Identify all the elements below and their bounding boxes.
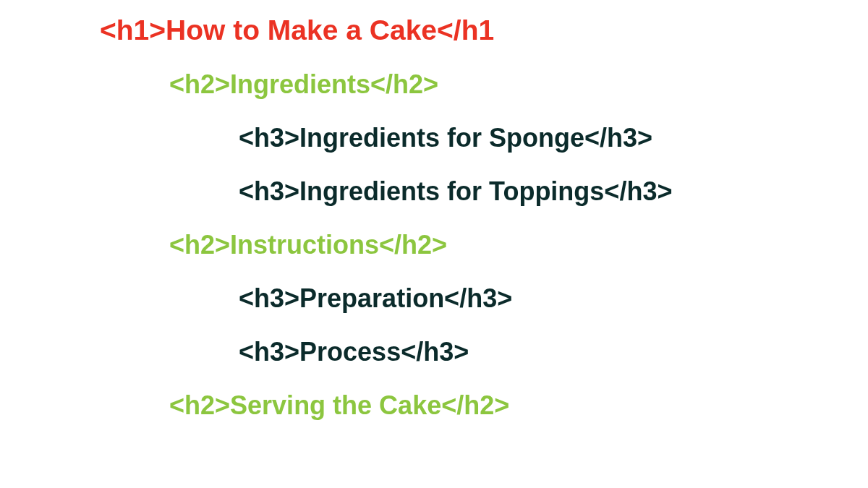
heading-level-2-ingredients: <h2>Ingredients</h2> [169,72,868,98]
heading-level-2-instructions: <h2>Instructions</h2> [169,232,868,258]
heading-level-3-preparation: <h3>Preparation</h3> [239,286,868,312]
heading-level-1-example: <h1>How to Make a Cake</h1 [100,16,868,44]
heading-level-3-ingredients-sponge: <h3>Ingredients for Sponge</h3> [239,125,868,151]
heading-level-3-ingredients-toppings: <h3>Ingredients for Toppings</h3> [239,179,868,205]
heading-level-2-serving: <h2>Serving the Cake</h2> [169,393,868,419]
heading-level-3-process: <h3>Process</h3> [239,339,868,365]
